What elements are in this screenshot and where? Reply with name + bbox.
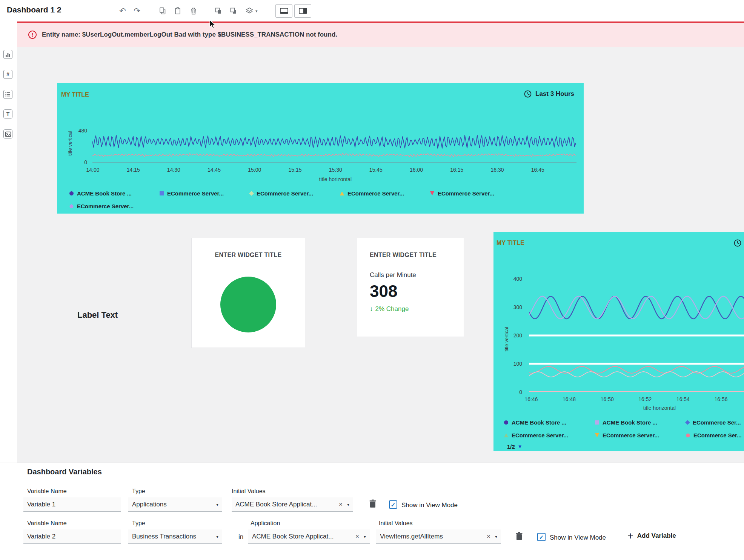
metric-value: 308: [370, 282, 397, 301]
show-in-view-mode-checkbox[interactable]: ✓: [389, 500, 397, 509]
widget-title: ENTER WIDGET TITLE: [192, 252, 305, 258]
y-axis-title: title vertical: [504, 317, 510, 362]
delete-icon[interactable]: [189, 6, 198, 16]
error-banner: ! Entity name: $UserLogOut.memberLogOut …: [17, 22, 744, 47]
widget-palette: # T: [0, 22, 17, 463]
widget-pie[interactable]: ENTER WIDGET TITLE: [191, 238, 305, 348]
in-connector-text: in: [238, 533, 243, 541]
text-widget-icon[interactable]: T: [3, 109, 12, 118]
series-line: [529, 372, 744, 377]
layers-icon[interactable]: [244, 6, 254, 16]
legend-item[interactable]: ECommerce Server...: [69, 203, 160, 209]
initial-values-combo[interactable]: ACME Book Store Applicat... × ▾: [232, 497, 353, 512]
legend-marker-tri-down-icon: [595, 433, 599, 437]
x-tick-label: 16:46: [524, 396, 538, 402]
clear-icon[interactable]: ×: [487, 533, 490, 540]
metric-change: ↓ 2% Change: [370, 305, 409, 313]
variable-name-input[interactable]: Variable 2: [23, 529, 121, 544]
legend-marker-pentagon-icon: [686, 433, 690, 437]
y-tick-label: 480: [69, 128, 87, 134]
input-value: Variable 2: [27, 533, 117, 540]
free-text-label[interactable]: Label Text: [77, 310, 118, 320]
x-tick-label: 15:15: [288, 167, 301, 173]
pagination-caret-icon: ▼: [518, 444, 523, 449]
legend-item[interactable]: ECommerce Server...: [504, 432, 595, 438]
x-tick-label: 16:50: [601, 396, 614, 402]
x-tick-label: 14:15: [127, 167, 140, 173]
application-label: Application: [251, 520, 280, 527]
legend-item[interactable]: ECommerce Server...: [430, 190, 520, 197]
check-icon: ✓: [539, 534, 544, 540]
toggle-right-panel-button[interactable]: [294, 4, 311, 18]
legend-label: ACME Book Store ...: [77, 190, 132, 197]
dashboard-title[interactable]: Dashboard 1 2: [7, 5, 61, 14]
chevron-down-icon[interactable]: ▾: [347, 502, 349, 507]
legend-item[interactable]: ACME Book Store ...: [595, 419, 686, 426]
chevron-down-icon[interactable]: ▾: [495, 534, 497, 539]
legend-marker-square-icon: [595, 420, 599, 425]
legend-pagination[interactable]: 1/2 ▼: [507, 443, 523, 450]
delete-variable-icon[interactable]: [515, 532, 523, 541]
legend-item[interactable]: ECommerce Ser...: [686, 419, 744, 426]
y-tick-label: 400: [504, 276, 522, 282]
widget-timeseries-2[interactable]: MY TITLE title vertical title horizontal…: [493, 232, 744, 451]
alert-icon: !: [28, 31, 37, 39]
paste-icon[interactable]: [173, 6, 183, 16]
legend-item[interactable]: ECommerce Server...: [595, 432, 686, 438]
layers-dropdown-caret-icon[interactable]: ▾: [255, 9, 258, 14]
legend-item[interactable]: ACME Book Store ...: [69, 190, 160, 197]
show-in-view-mode-label: Show in View Mode: [401, 502, 458, 509]
legend-item[interactable]: ECommerce Server...: [250, 190, 340, 197]
metric-widget-icon[interactable]: #: [3, 70, 12, 79]
line-chart: [529, 277, 744, 394]
widget-timeseries-1[interactable]: MY TITLE Last 3 Hours title vertical tit…: [57, 83, 584, 214]
x-tick-label: 16:45: [531, 167, 544, 173]
legend-row: ECommerce Server...: [69, 203, 160, 209]
toggle-bottom-panel-button[interactable]: [275, 4, 292, 18]
x-tick-label: 14:30: [167, 167, 180, 173]
variable-name-input[interactable]: Variable 1: [23, 497, 121, 512]
copy-icon[interactable]: [158, 6, 168, 16]
delete-variable-icon[interactable]: [369, 499, 377, 508]
y-tick-label: 0: [504, 389, 522, 395]
type-select[interactable]: Business Transactions ▾: [128, 529, 222, 544]
series-line: [92, 135, 576, 148]
chevron-down-icon[interactable]: ▾: [216, 534, 218, 539]
clear-icon[interactable]: ×: [339, 501, 343, 508]
selected-option: ViewItems.getAllItems: [380, 533, 484, 540]
variable-name-label: Variable Name: [27, 520, 67, 527]
initial-values-combo[interactable]: ViewItems.getAllItems × ▾: [376, 529, 501, 544]
undo-icon[interactable]: ↶: [118, 6, 128, 16]
legend-item[interactable]: ACME Book Store ...: [504, 419, 595, 426]
y-tick-label: 200: [504, 332, 522, 338]
selected-option: Business Transactions: [132, 533, 212, 540]
list-widget-icon[interactable]: [3, 90, 12, 99]
y-tick-label: 300: [504, 304, 522, 310]
initial-values-label: Initial Values: [232, 488, 266, 495]
bring-forward-icon[interactable]: [214, 6, 223, 16]
widget-metric[interactable]: ENTER WIDGET TITLE Calls per Minute 308 …: [357, 238, 464, 337]
clear-icon[interactable]: ×: [355, 533, 359, 540]
chart-widget-icon[interactable]: [3, 50, 12, 59]
chevron-down-icon[interactable]: ▾: [216, 502, 218, 507]
x-axis-title: title horizontal: [319, 176, 352, 182]
show-in-view-mode-label: Show in View Mode: [550, 534, 606, 542]
toolbar: Dashboard 1 2 ↶ ↷ ▾: [0, 0, 744, 22]
chevron-down-icon[interactable]: ▾: [364, 534, 366, 539]
send-backward-icon[interactable]: [229, 6, 238, 16]
legend-item[interactable]: ECommerce Server...: [160, 190, 250, 197]
redo-icon[interactable]: ↷: [132, 6, 142, 16]
show-in-view-mode-checkbox[interactable]: ✓: [537, 533, 546, 541]
legend-item[interactable]: ECommerce Ser...: [686, 432, 744, 438]
application-combo[interactable]: ACME Book Store Applicat... × ▾: [248, 529, 370, 544]
metric-change-text: 2% Change: [375, 305, 409, 313]
legend-marker-tri-down-icon: [430, 191, 434, 195]
legend-item[interactable]: ECommerce Server...: [340, 190, 430, 197]
image-widget-icon[interactable]: [3, 129, 12, 138]
time-range-control[interactable]: Last 3 Hours: [524, 90, 574, 98]
dashboard-canvas[interactable]: MY TITLE Last 3 Hours title vertical tit…: [17, 47, 744, 463]
type-select[interactable]: Applications ▾: [128, 497, 222, 512]
add-variable-button[interactable]: + Add Variable: [627, 531, 676, 541]
legend-marker-tri-up-icon: [504, 433, 508, 437]
type-label: Type: [132, 488, 145, 495]
